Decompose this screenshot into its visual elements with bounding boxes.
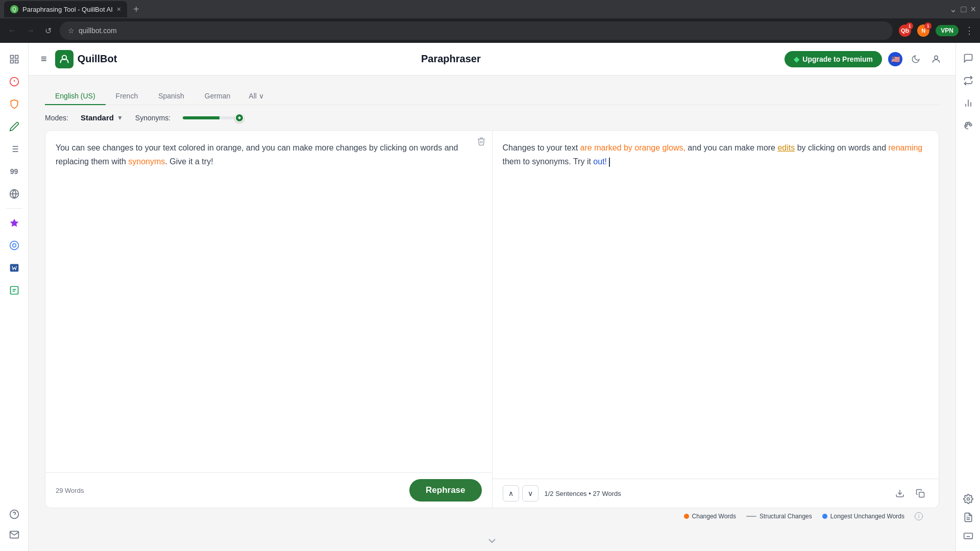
output-span-changed4[interactable]: out!: [593, 157, 607, 166]
sidebar-item-mail[interactable]: [4, 524, 24, 545]
output-span-plain1: and you can make more: [685, 143, 778, 152]
sidebar-item-help[interactable]: [4, 504, 24, 524]
svg-point-17: [12, 244, 16, 247]
copy-button[interactable]: [912, 485, 928, 502]
all-chevron-icon: ∨: [259, 92, 264, 100]
output-span-changed1[interactable]: are marked by orange glows,: [580, 143, 685, 152]
svg-rect-0: [10, 56, 13, 59]
svg-point-35: [967, 498, 969, 500]
sidebar-item-docs[interactable]: [4, 280, 24, 300]
window-minimize[interactable]: ⌄: [949, 4, 957, 15]
language-selector[interactable]: 🇺🇸: [888, 52, 902, 66]
svg-rect-3: [15, 60, 18, 63]
output-editor-footer: ∧ ∨ 1/2 Sentences • 27 Words: [493, 479, 939, 508]
mode-dropdown[interactable]: Standard ▼: [81, 113, 123, 122]
rephrase-button[interactable]: Rephrase: [409, 479, 481, 502]
left-sidebar: 99: [0, 43, 29, 551]
window-close[interactable]: ×: [970, 4, 976, 15]
logo-area: QuillBot: [55, 50, 117, 68]
menu-toggle-button[interactable]: ≡: [41, 53, 47, 65]
sidebar-item-paraphraser[interactable]: [4, 116, 24, 137]
new-tab-button[interactable]: +: [129, 4, 143, 15]
app-header: ≡ QuillBot Paraphraser ◆ Upgrade to Prem…: [29, 43, 955, 76]
synonyms-label: Synonyms:: [135, 114, 170, 122]
gem-icon: ◆: [794, 55, 799, 63]
input-editor: You can see changes to your text colored…: [45, 131, 493, 508]
clear-input-button[interactable]: [477, 137, 486, 148]
modes-bar: Modes: Standard ▼ Synonyms: ◆: [45, 113, 939, 122]
changed-words-dot: [684, 514, 689, 519]
tab-german[interactable]: German: [194, 88, 241, 105]
right-sidebar-compare[interactable]: [959, 71, 977, 90]
right-sidebar-keyboard[interactable]: [959, 527, 977, 545]
user-button[interactable]: [929, 52, 943, 66]
modes-label: Modes:: [45, 114, 68, 122]
back-button[interactable]: ←: [6, 24, 18, 37]
right-sidebar-settings[interactable]: [959, 490, 977, 508]
download-button[interactable]: [892, 485, 908, 502]
sidebar-item-grammar[interactable]: [4, 71, 24, 92]
tab-close-button[interactable]: ×: [117, 5, 121, 13]
main-content: ≡ QuillBot Paraphraser ◆ Upgrade to Prem…: [29, 43, 955, 551]
upgrade-button[interactable]: ◆ Upgrade to Premium: [785, 51, 882, 67]
tab-title: Paraphrasing Tool - QuillBot AI: [22, 6, 113, 13]
bottom-chevron-button[interactable]: [29, 531, 955, 551]
tab-french[interactable]: French: [106, 88, 149, 105]
prev-sentence-button[interactable]: ∧: [503, 485, 519, 502]
window-maximize[interactable]: □: [961, 4, 967, 15]
sidebar-item-translate[interactable]: [4, 184, 24, 204]
url-bar[interactable]: ☆ quillbot.com: [60, 21, 893, 40]
right-sidebar-document[interactable]: [959, 508, 977, 527]
input-editor-content[interactable]: You can see changes to your text colored…: [45, 131, 492, 472]
extension-icon-2[interactable]: N: [917, 24, 929, 37]
tab-all-languages[interactable]: All ∨: [240, 88, 272, 105]
output-span-plain2: by clicking on words and: [795, 143, 888, 152]
tab-english-us[interactable]: English (US): [45, 88, 106, 105]
browser-window-controls: ⌄ □ ×: [949, 4, 976, 15]
svg-rect-38: [964, 533, 972, 539]
sidebar-item-chrome[interactable]: [4, 235, 24, 256]
logo-text: QuillBot: [78, 53, 117, 65]
sidebar-item-plagiarism[interactable]: [4, 94, 24, 114]
vpn-button[interactable]: VPN: [936, 25, 959, 36]
browser-tab[interactable]: Q Paraphrasing Tool - QuillBot AI ×: [4, 1, 127, 17]
output-text-pre: Changes to your text: [503, 143, 580, 152]
sentence-info: 1/2 Sentences • 27 Words: [545, 490, 621, 497]
extension-icon-1[interactable]: QB: [899, 24, 911, 37]
logo-icon: [55, 50, 74, 68]
sidebar-item-home[interactable]: [4, 49, 24, 69]
bookmark-icon: ☆: [68, 27, 75, 35]
output-editor-content[interactable]: Changes to your text are marked by orang…: [493, 131, 939, 479]
tab-spanish[interactable]: Spanish: [148, 88, 194, 105]
url-text: quillbot.com: [79, 27, 117, 35]
right-sidebar-chat[interactable]: [959, 49, 977, 67]
input-word-count: 29 Words: [56, 487, 84, 494]
sidebar-item-citations[interactable]: 99: [4, 161, 24, 182]
legend: Changed Words Structural Changes Longest…: [45, 508, 939, 524]
theme-toggle[interactable]: [909, 52, 923, 66]
output-actions: [892, 485, 928, 502]
output-span-changed3[interactable]: renaming: [888, 143, 922, 152]
mode-selected-value: Standard: [81, 113, 114, 122]
sidebar-item-premium[interactable]: [4, 213, 24, 233]
address-bar-row: ← → ↺ ☆ quillbot.com QB N VPN ⋮: [0, 18, 980, 43]
synonyms-slider[interactable]: ◆: [183, 116, 244, 119]
legend-info-button[interactable]: i: [915, 512, 923, 520]
right-sidebar-style[interactable]: [959, 116, 977, 135]
sidebar-item-summarize[interactable]: [4, 139, 24, 159]
svg-point-16: [10, 241, 18, 250]
right-sidebar: [955, 43, 980, 551]
refresh-button[interactable]: ↺: [43, 24, 54, 38]
input-text-synonyms: synonyms: [128, 157, 165, 166]
legend-structural: Structural Changes: [746, 513, 812, 520]
output-span-changed2[interactable]: edits: [777, 143, 795, 152]
sidebar-item-word[interactable]: [4, 258, 24, 278]
right-sidebar-analytics[interactable]: [959, 94, 977, 112]
svg-marker-15: [10, 219, 18, 227]
extensions-menu[interactable]: ⋮: [965, 25, 974, 36]
sentence-nav: ∧ ∨: [503, 485, 538, 502]
right-sidebar-bottom: [959, 490, 977, 545]
next-sentence-button[interactable]: ∨: [522, 485, 538, 502]
forward-button[interactable]: →: [24, 24, 37, 37]
language-tabs: English (US) French Spanish German All ∨: [45, 88, 939, 105]
